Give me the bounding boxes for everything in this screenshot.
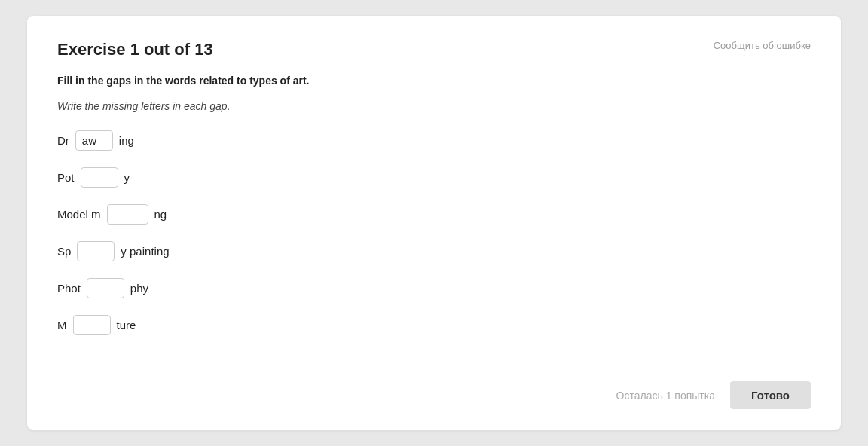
gap-prefix: Model m bbox=[57, 208, 101, 221]
gap-row: Dring bbox=[57, 130, 811, 151]
gap-prefix: Pot bbox=[57, 171, 75, 184]
gap-input-1[interactable] bbox=[75, 130, 113, 151]
gap-input-3[interactable] bbox=[107, 204, 148, 225]
gap-prefix: Sp bbox=[57, 245, 71, 258]
gap-row: Mture bbox=[57, 315, 811, 335]
done-button[interactable]: Готово bbox=[730, 381, 811, 409]
gap-row: Model mng bbox=[57, 204, 811, 225]
instruction-bold: Fill in the gaps in the words related to… bbox=[57, 75, 811, 87]
instruction-italic: Write the missing letters in each gap. bbox=[57, 100, 811, 112]
gap-input-4[interactable] bbox=[77, 241, 115, 261]
gap-input-5[interactable] bbox=[87, 278, 124, 298]
gap-suffix: ing bbox=[119, 134, 134, 147]
gap-row: Photphy bbox=[57, 278, 811, 298]
gap-prefix: M bbox=[57, 319, 67, 331]
gap-prefix: Phot bbox=[57, 282, 81, 295]
gap-suffix: y painting bbox=[121, 245, 169, 258]
exercise-title: Exercise 1 out of 13 bbox=[57, 40, 213, 60]
gap-suffix: y bbox=[124, 171, 130, 184]
card-footer: Осталась 1 попытка Готово bbox=[57, 381, 811, 409]
report-link[interactable]: Сообщить об ошибке bbox=[714, 40, 811, 51]
gap-suffix: ng bbox=[154, 208, 167, 221]
attempts-text: Осталась 1 попытка bbox=[616, 389, 715, 402]
gap-row: Spy painting bbox=[57, 241, 811, 261]
exercise-body: DringPotyModel mngSpy paintingPhotphyMtu… bbox=[57, 130, 811, 357]
gap-prefix: Dr bbox=[57, 134, 69, 147]
exercise-card: Exercise 1 out of 13 Сообщить об ошибке … bbox=[27, 16, 841, 430]
card-header: Exercise 1 out of 13 Сообщить об ошибке bbox=[57, 40, 811, 60]
gap-suffix: ture bbox=[117, 319, 136, 331]
gap-input-2[interactable] bbox=[81, 167, 118, 188]
gap-input-6[interactable] bbox=[73, 315, 111, 335]
gap-suffix: phy bbox=[130, 282, 148, 295]
gap-row: Poty bbox=[57, 167, 811, 188]
